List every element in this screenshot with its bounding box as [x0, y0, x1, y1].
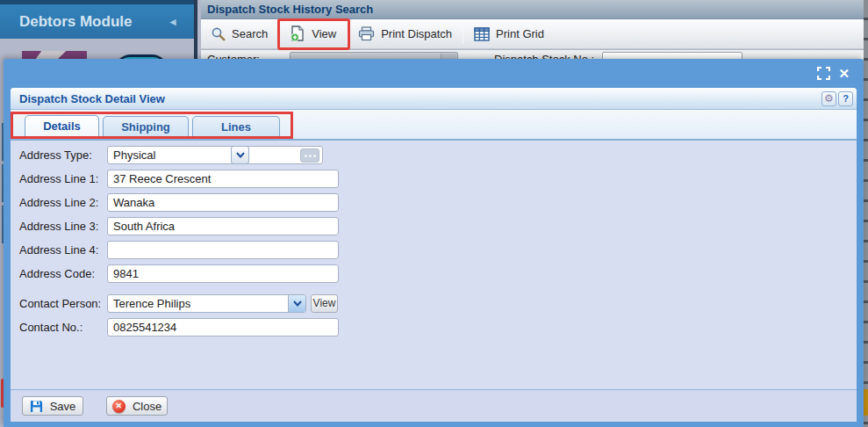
address-code-input[interactable]: [107, 264, 339, 283]
save-button-label: Save: [50, 400, 76, 413]
contact-person-select[interactable]: Terence Philips: [107, 294, 306, 313]
chevron-down-icon[interactable]: [288, 295, 305, 312]
save-button[interactable]: Save: [22, 396, 83, 416]
save-floppy-icon: [30, 400, 43, 413]
toolbar-separator: [347, 25, 348, 44]
selected-grid-row-sliver: [864, 389, 868, 416]
dialog-titlebar-buttons: ⚙ ?: [821, 91, 853, 106]
tab-details[interactable]: Details: [25, 115, 99, 139]
search-button-label: Search: [232, 27, 268, 40]
chevron-down-icon: [236, 152, 245, 158]
address-line-2-input[interactable]: [107, 193, 339, 212]
close-icon[interactable]: ✕: [838, 67, 850, 80]
print-dispatch-button[interactable]: Print Dispatch: [350, 22, 460, 47]
address-line-1-row: Address Line 1:: [11, 170, 857, 189]
toolbar: Search View: [201, 19, 868, 49]
address-code-row: Address Code:: [11, 264, 857, 284]
settings-gear-icon[interactable]: ⚙: [821, 91, 836, 106]
address-line-4-row: Address Line 4:: [11, 241, 857, 260]
lookup-ellipsis-icon[interactable]: [300, 148, 319, 163]
details-tab-panel: Address Type: Address Line 1: Address Li…: [11, 141, 857, 389]
address-code-label: Address Code:: [19, 267, 95, 280]
address-line-3-label: Address Line 3:: [19, 220, 98, 233]
contact-no-input[interactable]: [107, 318, 339, 337]
address-line-1-input[interactable]: [107, 170, 339, 188]
close-circle-icon: ✕: [112, 400, 126, 413]
collapse-sidebar-icon[interactable]: ◄: [168, 16, 178, 28]
address-type-dropdown-button[interactable]: [231, 146, 249, 164]
address-line-2-row: Address Line 2:: [11, 193, 857, 213]
printer-icon: [358, 26, 375, 41]
print-grid-button-label: Print Grid: [496, 27, 544, 40]
page-title: Dispatch Stock History Search: [201, 0, 868, 19]
address-line-4-label: Address Line 4:: [19, 243, 98, 257]
dialog-footer: Save ✕ Close: [11, 389, 857, 422]
toolbar-separator: [278, 25, 279, 44]
address-line-3-row: Address Line 3:: [11, 217, 857, 236]
modal-window-controls: ✕: [817, 67, 850, 80]
dialog-titlebar: Dispatch Stock Detail View ⚙ ?: [11, 88, 857, 110]
address-line-3-input[interactable]: [107, 217, 339, 235]
dialog-window: Dispatch Stock Detail View ⚙ ? Details S…: [11, 88, 857, 422]
background-grid-edge: [864, 0, 868, 427]
search-icon: [211, 26, 226, 41]
address-type-label: Address Type:: [19, 148, 92, 162]
contact-no-row: Contact No.:: [11, 318, 857, 337]
grid-icon: [474, 27, 490, 41]
tab-shipping[interactable]: Shipping: [103, 116, 189, 139]
app-window: Debtors Module ◄: [0, 0, 868, 427]
view-document-icon: [290, 25, 305, 42]
view-button[interactable]: View: [282, 22, 344, 47]
view-button-label: View: [312, 27, 336, 40]
dialog-tabstrip: Details Shipping Lines: [11, 110, 857, 141]
contact-person-row: Contact Person: Terence Philips View: [11, 294, 857, 314]
dispatch-stock-detail-modal: ✕ Dispatch Stock Detail View ⚙ ? Details…: [4, 59, 864, 427]
address-type-row: Address Type:: [11, 146, 857, 165]
address-line-2-label: Address Line 2:: [19, 196, 98, 209]
close-button[interactable]: ✕ Close: [106, 396, 168, 416]
toolbar-separator: [463, 25, 463, 44]
maximize-icon[interactable]: [817, 67, 830, 80]
close-button-label: Close: [133, 400, 161, 413]
print-grid-button[interactable]: Print Grid: [466, 22, 552, 47]
dialog-title: Dispatch Stock Detail View: [19, 92, 165, 105]
address-type-input[interactable]: [107, 146, 323, 164]
sidebar-header: Debtors Module ◄: [0, 4, 194, 39]
search-button[interactable]: Search: [203, 22, 276, 47]
contact-person-label: Contact Person:: [19, 297, 101, 310]
help-icon[interactable]: ?: [838, 91, 853, 106]
address-line-4-input[interactable]: [107, 241, 339, 259]
address-line-1-label: Address Line 1:: [19, 172, 98, 185]
tab-lines[interactable]: Lines: [192, 116, 280, 139]
contact-person-value: Terence Philips: [113, 297, 190, 310]
module-title: Debtors Module: [19, 13, 132, 31]
contact-no-label: Contact No.:: [19, 321, 82, 334]
print-dispatch-button-label: Print Dispatch: [381, 27, 452, 40]
view-contact-button[interactable]: View: [311, 294, 338, 313]
